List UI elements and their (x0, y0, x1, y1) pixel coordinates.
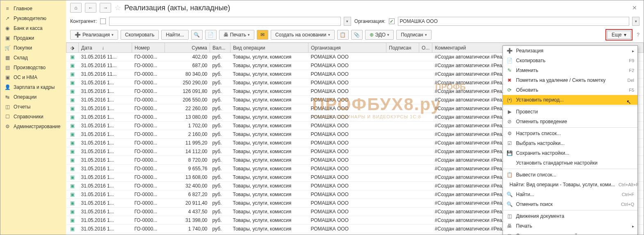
cell-optype: Товары, услуги, комиссия (231, 61, 308, 70)
cell-o (419, 113, 432, 122)
menu-item-5[interactable]: (•)Установить период... (503, 95, 637, 105)
signed-button[interactable]: Подписан▾ (396, 30, 432, 40)
cell-signed (386, 182, 419, 190)
menu-item-16[interactable]: Найти: Вид операции - Товары, услуги, ко… (503, 180, 637, 190)
col-o[interactable]: О... (419, 43, 432, 53)
sidebar-label: Банк и касса (14, 25, 43, 31)
col-number[interactable]: Номер (132, 43, 165, 53)
cell-currency: руб. (210, 61, 231, 70)
more-button[interactable]: Еще▾ (607, 31, 631, 39)
menu-item-15[interactable]: 📋Вывести список... (503, 170, 637, 180)
col-currency[interactable]: Вал... (210, 43, 231, 53)
cell-currency: руб. (210, 53, 231, 61)
sidebar-item-9[interactable]: ↹Операции (0, 92, 66, 102)
sidebar-item-2[interactable]: ◉Банк и касса (0, 23, 66, 33)
menu-item-icon: ⚙ (506, 130, 513, 137)
doc-action2-button[interactable]: 📋 (337, 30, 349, 40)
sidebar-item-0[interactable]: ≡Главное (0, 4, 66, 14)
sidebar-item-11[interactable]: ☐Справочники (0, 112, 66, 122)
realization-button[interactable]: ➕Реализация▾ (70, 30, 118, 40)
menu-item-icon: ➕ (506, 47, 513, 54)
menu-shortcut: F2 (629, 68, 634, 73)
col-optype[interactable]: Вид операции (231, 43, 308, 53)
cell-optype: Товары, услуги, комиссия (231, 96, 308, 104)
cell-sum: 13 080,00 (165, 113, 210, 122)
sidebar-icon: ▣ (5, 75, 10, 80)
back-button[interactable]: ← (85, 3, 96, 13)
sidebar-label: Производство (14, 65, 46, 70)
menu-item-11[interactable]: ☑Выбрать настройки... (503, 138, 637, 148)
menu-item-label: Установить период... (516, 97, 564, 103)
sidebar-item-5[interactable]: ▦Склад (0, 53, 66, 63)
cell-currency: руб. (210, 182, 231, 190)
print-button[interactable]: 🖶Печать▾ (219, 30, 254, 40)
col-date[interactable]: Дата ↓ (79, 43, 132, 53)
cancel-search-button[interactable]: 🔍 (191, 30, 203, 40)
col-status-icon[interactable]: ⬗ (66, 43, 79, 53)
favorite-star-icon[interactable]: ☆ (114, 3, 121, 12)
help-button[interactable]: ? (637, 32, 639, 38)
menu-item-icon: ☑ (506, 140, 513, 147)
sidebar-item-4[interactable]: 🛒Покупки (0, 43, 66, 53)
counterparty-checkbox[interactable] (100, 18, 106, 24)
counterparty-dropdown[interactable]: ▾ (344, 17, 351, 26)
org-checkbox[interactable] (389, 18, 395, 24)
sidebar-item-10[interactable]: ◫Отчеты (0, 102, 66, 112)
menu-item-7[interactable]: ▶Провести (503, 107, 637, 117)
menu-item-2[interactable]: ✎ИзменитьF2 (503, 66, 637, 75)
sidebar-icon: ☐ (5, 114, 10, 120)
cell-number: ГО-0000... (132, 96, 165, 104)
sidebar-label: Зарплата и кадры (14, 84, 55, 90)
menu-item-13[interactable]: Установить стандартные настройки (503, 158, 637, 168)
org-dropdown[interactable]: ▾ (632, 17, 639, 26)
close-button[interactable]: ✕ (630, 5, 639, 11)
sidebar-item-7[interactable]: ▣ОС и НМА (0, 72, 66, 82)
counterparty-input[interactable] (109, 17, 340, 26)
cell-sum: 687,00 (165, 61, 210, 70)
cell-currency: руб. (210, 96, 231, 104)
menu-item-12[interactable]: 💾Сохранить настройки... (503, 148, 637, 158)
copy-button[interactable]: Скопировать (121, 30, 159, 40)
cell-date: 31.05.2016 11... (79, 70, 132, 79)
forward-button[interactable]: → (100, 3, 111, 13)
org-input[interactable]: РОМАШКА ООО (398, 17, 629, 26)
doc-action1-button[interactable]: 📄 (205, 30, 217, 40)
sidebar-item-12[interactable]: ⚙Администрирование (0, 122, 66, 131)
sidebar-label: Администрирование (14, 124, 60, 129)
cell-number: ГО-0000... (132, 147, 165, 156)
menu-item-label: Печать (516, 223, 532, 229)
cell-date: 31.05.2016 11... (79, 61, 132, 70)
find-button[interactable]: Найти... (161, 30, 188, 40)
col-sum[interactable]: Сумма (165, 43, 210, 53)
cell-optype: Товары, услуги, комиссия (231, 70, 308, 79)
cell-signed (386, 199, 419, 208)
cell-number: ГО-0000... (132, 61, 165, 70)
menu-item-8[interactable]: ⊘Отменить проведение (503, 117, 637, 127)
email-button[interactable]: ✉ (257, 30, 268, 40)
cell-date: 31.05.2016 1... (79, 96, 132, 104)
edo-button[interactable]: ⊕ЭДО▾ (365, 30, 394, 40)
menu-item-1[interactable]: 📄СкопироватьF9 (503, 56, 637, 66)
col-org[interactable]: Организация (308, 43, 386, 53)
sidebar-icon: ▤ (5, 65, 10, 70)
menu-item-4[interactable]: ⟳ОбновитьF5 (503, 85, 637, 95)
menu-item-10[interactable]: ⚙Настроить список... (503, 129, 637, 138)
create-based-button[interactable]: Создать на основании▾ (271, 30, 335, 40)
menu-item-17[interactable]: 🔍Найти...Ctrl+F (503, 190, 637, 199)
home-button[interactable]: ⌂ (70, 3, 82, 13)
sidebar-item-3[interactable]: ▣Продажи (0, 33, 66, 43)
cell-currency: руб. (210, 147, 231, 156)
menu-item-22[interactable]: ✉Отправить по электронной почте (503, 231, 637, 235)
cell-sum: 4 437,50 (165, 208, 210, 216)
menu-item-18[interactable]: 🔍Отменить поискCtrl+Q (503, 199, 637, 209)
sidebar-item-8[interactable]: 👤Зарплата и кадры (0, 82, 66, 92)
menu-item-0[interactable]: ➕Реализация▸ (503, 46, 637, 56)
attach-button[interactable]: 📎 (351, 30, 363, 40)
menu-item-label: Отменить поиск (516, 201, 553, 207)
sidebar-item-6[interactable]: ▤Производство (0, 63, 66, 72)
sidebar-item-1[interactable]: ↗Руководителю (0, 14, 66, 23)
menu-item-20[interactable]: ◫Движения документа (503, 211, 637, 221)
menu-item-21[interactable]: 🖶Печать▸ (503, 221, 637, 231)
menu-item-3[interactable]: ✖Пометить на удаление / Снять пометкуDel (503, 75, 637, 85)
col-signed[interactable]: Подписан (386, 43, 419, 53)
